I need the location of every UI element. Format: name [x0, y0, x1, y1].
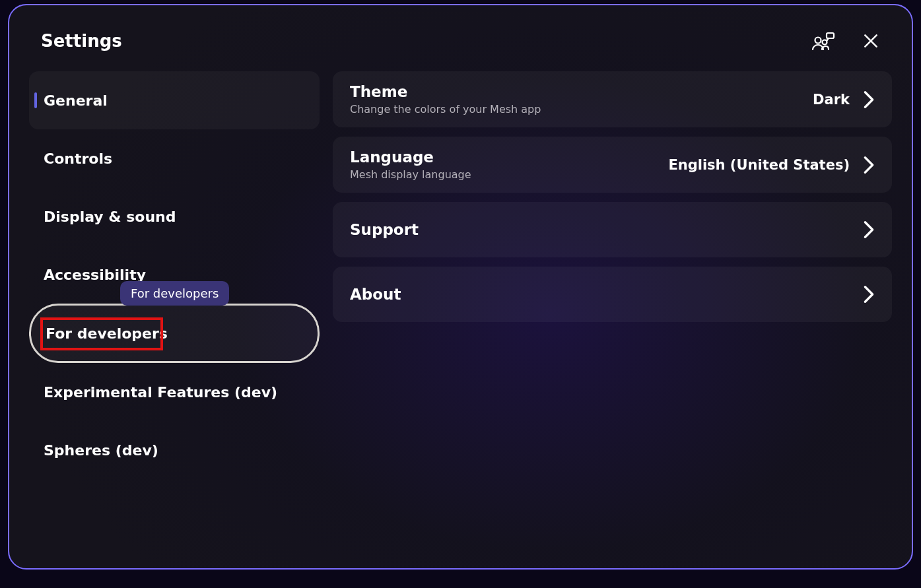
sidebar-item-label: Experimental Features (dev)	[44, 384, 277, 401]
chevron-right-icon	[863, 90, 875, 109]
sidebar: General Controls Display & sound Accessi…	[29, 69, 320, 555]
settings-body: General Controls Display & sound Accessi…	[29, 69, 892, 555]
titlebar-actions	[810, 28, 884, 54]
chevron-right-icon	[863, 285, 875, 304]
sidebar-item-for-developers[interactable]: For developers	[29, 304, 320, 363]
setting-left: Language Mesh display language	[350, 148, 471, 181]
setting-right: Dark	[813, 90, 875, 109]
content-panel: Theme Change the colors of your Mesh app…	[333, 69, 892, 555]
setting-label: Language	[350, 148, 471, 166]
tooltip-for-developers: For developers	[120, 281, 229, 306]
setting-value: English (United States)	[668, 157, 850, 173]
sidebar-item-label: Spheres (dev)	[44, 442, 158, 459]
setting-left: Support	[350, 221, 419, 238]
chevron-right-icon	[863, 220, 875, 239]
close-button[interactable]	[858, 28, 884, 54]
chevron-right-icon	[863, 156, 875, 174]
sidebar-item-label: Display & sound	[44, 209, 176, 225]
sidebar-item-label: General	[44, 92, 108, 109]
sidebar-item-accessibility[interactable]: Accessibility For developers	[29, 245, 320, 304]
close-icon	[862, 32, 879, 49]
svg-rect-2	[827, 33, 834, 38]
sidebar-item-general[interactable]: General	[29, 71, 320, 129]
setting-right	[863, 220, 875, 239]
setting-left: About	[350, 286, 401, 303]
sidebar-item-spheres[interactable]: Spheres (dev)	[29, 421, 320, 479]
setting-about[interactable]: About	[333, 267, 892, 322]
setting-label: Support	[350, 221, 419, 238]
svg-point-0	[815, 38, 821, 44]
sidebar-item-controls[interactable]: Controls	[29, 129, 320, 187]
svg-point-1	[823, 40, 827, 45]
setting-right: English (United States)	[668, 156, 875, 174]
sidebar-item-label: Accessibility	[44, 267, 146, 283]
setting-desc: Change the colors of your Mesh app	[350, 103, 541, 115]
page-title: Settings	[41, 31, 122, 51]
setting-value: Dark	[813, 92, 850, 108]
sidebar-item-label: For developers	[46, 325, 168, 342]
setting-label: About	[350, 286, 401, 303]
setting-right	[863, 285, 875, 304]
settings-window: Settings General	[8, 4, 913, 570]
setting-theme[interactable]: Theme Change the colors of your Mesh app…	[333, 71, 892, 127]
setting-label: Theme	[350, 83, 541, 100]
people-icon	[811, 31, 835, 51]
setting-left: Theme Change the colors of your Mesh app	[350, 83, 541, 115]
feedback-button[interactable]	[810, 28, 836, 54]
titlebar: Settings	[29, 20, 892, 69]
setting-support[interactable]: Support	[333, 202, 892, 257]
sidebar-item-display-sound[interactable]: Display & sound	[29, 187, 320, 245]
sidebar-item-label: Controls	[44, 150, 112, 167]
tooltip-text: For developers	[131, 286, 219, 300]
setting-desc: Mesh display language	[350, 168, 471, 181]
setting-language[interactable]: Language Mesh display language English (…	[333, 137, 892, 193]
sidebar-item-experimental-features[interactable]: Experimental Features (dev)	[29, 363, 320, 421]
